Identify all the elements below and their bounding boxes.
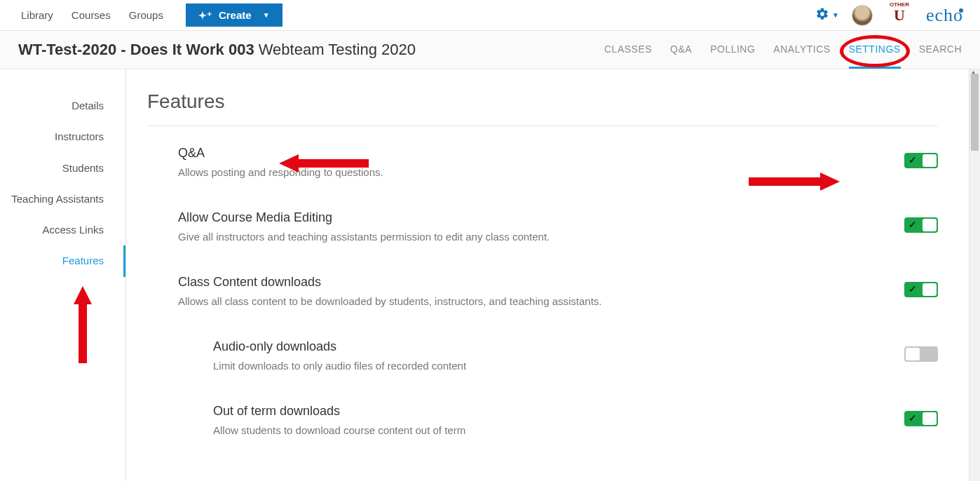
brand-text: echo	[926, 5, 963, 25]
course-title: WT-Test-2020 - Does It Work 003 Webteam …	[18, 41, 416, 59]
feature-toggle[interactable]: ✓	[904, 282, 938, 297]
create-button[interactable]: ✦⁺ Create ▼	[186, 4, 283, 27]
check-icon: ✓	[908, 412, 917, 424]
tab-classes[interactable]: CLASSES	[604, 31, 652, 69]
top-nav-right: ▼ OTHER U echo	[815, 1, 967, 29]
sidebar-item-instructors[interactable]: Instructors	[0, 121, 125, 152]
toggle-knob	[906, 348, 920, 360]
toggle-knob	[923, 154, 937, 167]
check-icon: ✓	[908, 283, 917, 294]
feature-text: Class Content downloadsAllows all class …	[178, 275, 602, 307]
sidebar-item-features[interactable]: Features	[0, 245, 125, 276]
main: Features Q&AAllows posting and respondin…	[126, 69, 980, 481]
feature-title: Audio-only downloads	[213, 339, 466, 354]
sidebar-item-teaching-assistants[interactable]: Teaching Assistants	[0, 184, 125, 215]
toggle-knob	[923, 412, 937, 425]
feature-text: Audio-only downloadsLimit downloads to o…	[213, 339, 466, 372]
feature-title: Class Content downloads	[178, 275, 602, 290]
course-title-rest: Webteam Testing 2020	[254, 41, 416, 58]
top-nav: Library Courses Groups ✦⁺ Create ▼ ▼ OTH…	[0, 0, 980, 31]
course-title-bold: WT-Test-2020 - Does It Work 003	[18, 41, 254, 58]
gear-icon	[815, 7, 829, 24]
chevron-down-icon: ▼	[832, 11, 839, 19]
check-icon: ✓	[908, 154, 917, 165]
page-heading: Features	[147, 90, 938, 113]
feature-title: Q&A	[178, 146, 383, 161]
feature-desc: Give all instructors and teaching assist…	[178, 231, 550, 243]
feature-text: Out of term downloadsAllow students to d…	[213, 404, 465, 436]
nav-courses[interactable]: Courses	[72, 9, 111, 21]
tab-qa[interactable]: Q&A	[670, 31, 692, 69]
magic-wand-icon: ✦⁺	[198, 10, 212, 21]
sidebar-item-students[interactable]: Students	[0, 153, 125, 184]
feature-title: Allow Course Media Editing	[178, 210, 550, 225]
org-badge-letter: U	[894, 6, 905, 25]
avatar[interactable]	[852, 5, 873, 26]
sidebar-item-access-links[interactable]: Access Links	[0, 215, 125, 245]
tab-settings[interactable]: SETTINGS	[849, 31, 901, 69]
feature-toggle[interactable]: ✓	[904, 217, 938, 233]
settings-menu[interactable]: ▼	[815, 7, 839, 24]
tab-analytics[interactable]: ANALYTICS	[773, 31, 830, 69]
feature-desc: Limit downloads to only audio files of r…	[213, 360, 466, 372]
features-list: Q&AAllows posting and responding to ques…	[147, 146, 938, 468]
feature-row: Audio-only downloadsLimit downloads to o…	[147, 339, 938, 404]
create-button-label: Create	[219, 9, 252, 21]
toggle-knob	[923, 283, 937, 296]
chevron-down-icon: ▼	[263, 11, 270, 19]
feature-toggle[interactable]	[904, 346, 938, 362]
nav-groups[interactable]: Groups	[129, 9, 163, 21]
feature-toggle[interactable]: ✓	[904, 411, 938, 426]
org-badge-top: OTHER	[890, 1, 909, 8]
feature-desc: Allow students to download course conten…	[213, 424, 465, 436]
check-icon: ✓	[908, 219, 917, 230]
feature-row: Q&AAllows posting and responding to ques…	[147, 146, 938, 210]
tab-search[interactable]: SEARCH	[919, 31, 962, 69]
tab-polling[interactable]: POLLING	[710, 31, 755, 69]
top-nav-left: Library Courses Groups ✦⁺ Create ▼	[21, 4, 283, 27]
scrollbar[interactable]: ▴	[969, 69, 980, 481]
feature-desc: Allows all class content to be downloade…	[178, 295, 602, 307]
toggle-knob	[923, 219, 937, 231]
feature-title: Out of term downloads	[213, 404, 465, 419]
feature-row: Class Content downloadsAllows all class …	[147, 275, 938, 339]
course-tabs: CLASSESQ&APOLLINGANALYTICSSETTINGSSEARCH	[604, 31, 962, 69]
divider	[147, 126, 938, 126]
org-badge[interactable]: OTHER U	[885, 1, 913, 29]
brand-logo: echo	[926, 5, 967, 26]
feature-text: Allow Course Media EditingGive all instr…	[178, 210, 550, 243]
sidebar: DetailsInstructorsStudentsTeaching Assis…	[0, 69, 126, 481]
scrollbar-thumb[interactable]	[971, 74, 979, 151]
feature-row: Allow Course Media EditingGive all instr…	[147, 210, 938, 275]
sidebar-item-details[interactable]: Details	[0, 90, 125, 121]
feature-desc: Allows posting and responding to questio…	[178, 166, 383, 178]
nav-library[interactable]: Library	[21, 9, 53, 21]
feature-toggle[interactable]: ✓	[904, 153, 938, 168]
feature-row: Out of term downloadsAllow students to d…	[147, 404, 938, 468]
course-header: WT-Test-2020 - Does It Work 003 Webteam …	[0, 31, 980, 69]
feature-text: Q&AAllows posting and responding to ques…	[178, 146, 383, 178]
body: DetailsInstructorsStudentsTeaching Assis…	[0, 69, 980, 481]
